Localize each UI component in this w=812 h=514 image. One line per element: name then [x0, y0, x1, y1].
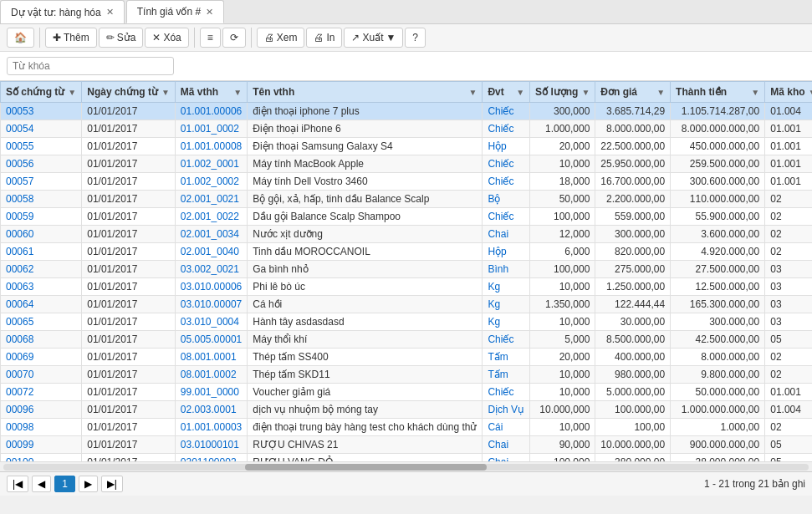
help-button[interactable]: ? — [405, 28, 426, 48]
table-cell: Điện thoại Samsung Galaxy S4 — [248, 138, 483, 155]
col-dvt[interactable]: Đvt ▼ — [483, 82, 530, 103]
view-button[interactable]: 🖨 Xem — [257, 28, 305, 48]
table-cell: 1.105.714.287,00 — [671, 103, 765, 120]
export-icon: ↗ — [351, 32, 360, 43]
scrollbar-thumb[interactable] — [245, 464, 487, 471]
table-row[interactable]: 0005901/01/201702.001_0022Dầu gội Balanc… — [1, 208, 813, 226]
filter-ma-vthh-icon[interactable]: ▼ — [233, 88, 242, 97]
table-cell: Ga bình nhỏ — [248, 261, 483, 278]
next-page-button[interactable]: ▶ — [79, 476, 98, 492]
table-row[interactable]: 0005401/01/201701.001_0002Điện thoại iPh… — [1, 120, 813, 138]
horizontal-scrollbar[interactable] — [0, 461, 812, 471]
table-cell: 01/01/2017 — [82, 384, 176, 401]
col-ma-kho[interactable]: Mã kho ▼ — [765, 82, 812, 103]
table-row[interactable]: 0009901/01/201703.01000101RƯỢU CHIVAS 21… — [1, 436, 813, 454]
tab-0[interactable]: Dự vật tư: hàng hóa✕ — [0, 0, 125, 23]
table-cell: 01/01/2017 — [82, 436, 176, 454]
table-cell: 820.000,00 — [595, 243, 671, 261]
col-ma-vthh[interactable]: Mã vthh ▼ — [175, 82, 247, 103]
col-ten-vthh[interactable]: Tên vthh ▼ — [248, 82, 483, 103]
table-cell: 259.500.000,00 — [671, 155, 765, 173]
menu-button[interactable]: ≡ — [200, 28, 221, 48]
table-cell: 02 — [765, 419, 812, 436]
table-cell: 30.000,00 — [595, 313, 671, 331]
filter-dvt-icon[interactable]: ▼ — [516, 88, 524, 97]
col-so-ct[interactable]: Số chứng từ ▼ — [1, 82, 82, 103]
export-button[interactable]: ↗ Xuất ▼ — [344, 28, 403, 48]
refresh-button[interactable]: ⟳ — [222, 28, 246, 48]
table-row[interactable]: 0007201/01/201799.001_0000Voucher giảm g… — [1, 384, 813, 401]
refresh-icon: ⟳ — [230, 32, 238, 43]
table-row[interactable]: 0005601/01/201701.002_0001Máy tính MacBo… — [1, 155, 813, 173]
table-row[interactable]: 0005801/01/201702.001_0021Bộ gội, xả, hấ… — [1, 191, 813, 208]
table-row[interactable]: 0006201/01/201703.002_0021Ga bình nhỏBìn… — [1, 261, 813, 278]
table-header-row: Số chứng từ ▼ Ngày chứng từ ▼ Mã vthh ▼ — [1, 82, 813, 103]
table-cell: 380.000,00 — [595, 454, 671, 462]
table-row[interactable]: 0006101/01/201702.001_0040Tinh dầu MOROC… — [1, 243, 813, 261]
table-row[interactable]: 0006501/01/201703.010_0004Hành tây asdas… — [1, 313, 813, 331]
col-so-luong[interactable]: Số lượng ▼ — [530, 82, 595, 103]
table-cell: 5.000.000,00 — [595, 384, 671, 401]
table-row[interactable]: 0006901/01/201708.001.0001Thép tấm SS400… — [1, 349, 813, 366]
table-row[interactable]: 0007001/01/201708.001.0002Thép tấm SKD11… — [1, 366, 813, 384]
col-thanh-tien[interactable]: Thành tiền ▼ — [671, 82, 765, 103]
table-cell: 01.001 — [765, 120, 812, 138]
table-row[interactable]: 0005501/01/201701.001.00008Điện thoại Sa… — [1, 138, 813, 155]
table-cell: 00058 — [1, 191, 82, 208]
filter-don-gia-icon[interactable]: ▼ — [656, 88, 665, 97]
tab-close-0[interactable]: ✕ — [106, 7, 114, 18]
search-input[interactable] — [7, 57, 174, 75]
home-button[interactable]: 🏠 — [7, 28, 34, 48]
table-cell: 42.500.000,00 — [671, 331, 765, 349]
first-page-button[interactable]: |◀ — [7, 476, 28, 492]
prev-page-button[interactable]: ◀ — [32, 476, 51, 492]
table-cell: RƯỢU CHIVAS 21 — [248, 436, 483, 454]
filter-thanh-tien-icon[interactable]: ▼ — [751, 88, 759, 97]
table-row[interactable]: 0005301/01/201701.001.00006điện thoại ip… — [1, 103, 813, 120]
table-cell: 01.002_0001 — [175, 155, 247, 173]
table-cell: Bình — [483, 261, 530, 278]
table-row[interactable]: 0006401/01/201703.010.00007Cá hồiKg1.350… — [1, 296, 813, 313]
table-cell: 10.000,000 — [530, 401, 595, 419]
table-cell: 02 — [765, 243, 812, 261]
tab-1[interactable]: Tính giá vốn # ✕ — [126, 0, 224, 23]
table-row[interactable]: 0010001/01/20170301100002RƯỢU VANG ĐỎCha… — [1, 454, 813, 462]
edit-button[interactable]: ✏ Sửa — [99, 28, 144, 48]
col-don-gia[interactable]: Đơn giá ▼ — [595, 82, 671, 103]
table-cell: Chiếc — [483, 173, 530, 191]
tab-close-1[interactable]: ✕ — [206, 7, 213, 18]
table-row[interactable]: 0009801/01/201701.001.00003điện thoại tr… — [1, 419, 813, 436]
table-row[interactable]: 0006801/01/201705.005.00001Máy thổi khíC… — [1, 331, 813, 349]
table-cell: 100,00 — [595, 419, 671, 436]
table-cell: Chiếc — [483, 384, 530, 401]
table-cell: 01/01/2017 — [82, 278, 176, 296]
col-ngay-ct[interactable]: Ngày chứng từ ▼ — [82, 82, 176, 103]
filter-so-ct-icon[interactable]: ▼ — [68, 88, 76, 97]
table-cell: 05 — [765, 331, 812, 349]
add-button[interactable]: ✚ Thêm — [45, 28, 97, 48]
filter-so-luong-icon[interactable]: ▼ — [581, 88, 590, 97]
table-cell: 4.920.000,00 — [671, 243, 765, 261]
table-cell: Hành tây asdasdasd — [248, 313, 483, 331]
table-row[interactable]: 0009601/01/201702.003.0001dịch vụ nhuộm … — [1, 401, 813, 419]
table-cell: 02.001_0022 — [175, 208, 247, 226]
filter-ma-kho-icon[interactable]: ▼ — [809, 88, 812, 97]
print-button[interactable]: 🖨 In — [306, 28, 342, 48]
table-cell: 00096 — [1, 401, 82, 419]
table-cell: 300,000 — [530, 103, 595, 120]
table-cell: 01/01/2017 — [82, 454, 176, 462]
table-cell: Phi lê bò úc — [248, 278, 483, 296]
table-cell: 01.002_0002 — [175, 173, 247, 191]
current-page[interactable]: 1 — [54, 476, 75, 492]
menu-icon: ≡ — [207, 32, 213, 43]
delete-button[interactable]: ✕ Xóa — [145, 28, 188, 48]
table-cell: Kg — [483, 313, 530, 331]
table-container[interactable]: Số chứng từ ▼ Ngày chứng từ ▼ Mã vthh ▼ — [0, 81, 812, 461]
filter-ngay-ct-icon[interactable]: ▼ — [161, 88, 170, 97]
table-row[interactable]: 0005701/01/201701.002_0002Máy tính Dell … — [1, 173, 813, 191]
table-row[interactable]: 0006301/01/201703.010.00006Phi lê bò úcK… — [1, 278, 813, 296]
table-row[interactable]: 0006001/01/201702.001_0034Nước xịt dưỡng… — [1, 226, 813, 243]
last-page-button[interactable]: ▶| — [101, 476, 123, 492]
table-cell: Chai — [483, 226, 530, 243]
filter-ten-vthh-icon[interactable]: ▼ — [469, 88, 477, 97]
